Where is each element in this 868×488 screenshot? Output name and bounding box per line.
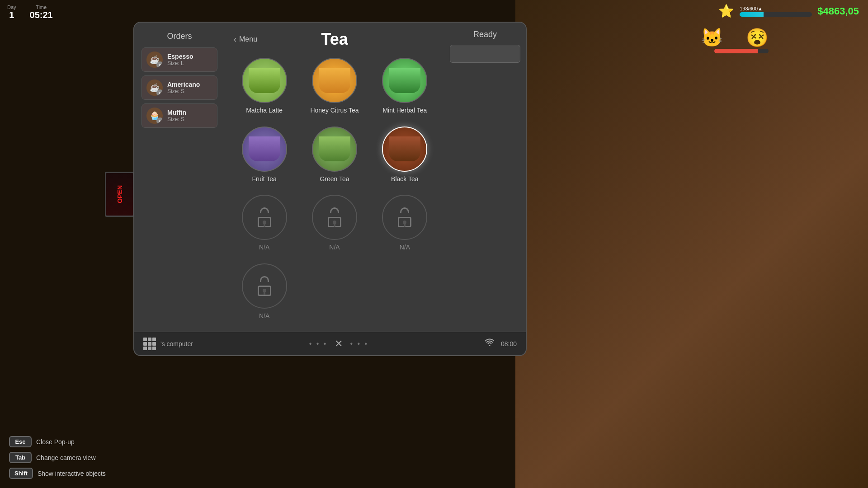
tea-item-locked-4: N/A	[234, 263, 295, 325]
order-item-americano[interactable]: ☕ 6 Americano Size: S	[142, 75, 217, 100]
order-badge-americano: 6	[156, 89, 163, 96]
tea-circle-locked-1	[242, 195, 287, 240]
tea-label-honey: Honey Citrus Tea	[310, 107, 359, 114]
lock-body-3	[398, 217, 411, 227]
popup-window: Orders ☕ 8 Espesso Size: L ☕ 6 Americano	[133, 22, 527, 356]
back-label: Menu	[239, 35, 257, 43]
tea-label-green: Green Tea	[320, 175, 349, 183]
tea-item-black[interactable]: Black Tea	[374, 127, 435, 188]
order-size-americano: Size: S	[167, 88, 200, 94]
tea-item-mint[interactable]: Mint Herbal Tea	[374, 58, 435, 119]
time-label: Time	[36, 5, 47, 10]
grid-dot	[148, 342, 151, 346]
tea-circle-mint	[382, 58, 427, 103]
taskbar-dots-right: • • •	[350, 340, 368, 348]
grid-dot	[143, 338, 147, 341]
tea-circle-locked-2	[312, 195, 357, 240]
tab-label: Change camera view	[36, 454, 96, 461]
order-item-espresso[interactable]: ☕ 8 Espesso Size: L	[142, 47, 217, 72]
cup-honey	[319, 68, 350, 93]
order-avatar-muffin: 🧁 6	[146, 108, 163, 124]
day-time-display: Day 1 Time 05:21	[0, 1, 60, 24]
tab-key[interactable]: Tab	[9, 452, 32, 463]
day-label: Day	[7, 5, 16, 10]
shortcut-shift: Shift Show interactive objects	[9, 468, 106, 479]
grid-dot	[143, 347, 147, 350]
shift-label: Show interactive objects	[38, 470, 106, 477]
cup-fruit	[249, 136, 280, 161]
grid-dot	[143, 342, 147, 346]
tea-item-locked-3: N/A	[374, 195, 435, 256]
grid-icon[interactable]	[143, 338, 156, 350]
order-info-espresso: Espesso Size: L	[167, 53, 193, 66]
time-value: 05:21	[30, 10, 53, 20]
order-size-espresso: Size: L	[167, 60, 193, 66]
lock-icon-2	[326, 207, 344, 227]
order-avatar-espresso: ☕ 8	[146, 52, 163, 68]
lock-body-2	[328, 217, 341, 227]
tea-label-mint: Mint Herbal Tea	[382, 107, 427, 114]
main-content: ‹ Menu Tea Matcha Latte	[225, 23, 444, 332]
taskbar-center: • • • ✕ • • •	[309, 338, 368, 350]
lock-body-4	[258, 286, 271, 296]
ready-title: Ready	[473, 30, 497, 39]
face-decoration: 😵	[746, 27, 769, 48]
day-value: 1	[9, 10, 14, 20]
lock-keyhole-4	[263, 289, 266, 292]
popup-inner: Orders ☕ 8 Espesso Size: L ☕ 6 Americano	[134, 23, 526, 332]
tea-circle-locked-3	[382, 195, 427, 240]
esc-key[interactable]: Esc	[9, 436, 32, 447]
tea-circle-honey	[312, 58, 357, 103]
order-item-muffin[interactable]: 🧁 6 Muffin Size: S	[142, 103, 217, 128]
tea-item-green[interactable]: Green Tea	[304, 127, 365, 188]
grid-dot	[152, 338, 156, 341]
lock-icon-1	[255, 207, 274, 227]
xp-text: 198/600▲	[740, 6, 763, 11]
lock-keyhole-3	[403, 221, 406, 224]
lock-icon-4	[255, 276, 274, 296]
tea-label-locked-4: N/A	[259, 312, 269, 319]
order-name-muffin: Muffin	[167, 109, 186, 116]
day-block: Day 1	[7, 5, 16, 20]
tea-item-fruit[interactable]: Fruit Tea	[234, 127, 295, 188]
grid-dot	[148, 347, 151, 350]
tea-label-locked-3: N/A	[400, 244, 410, 251]
wifi-icon	[485, 338, 495, 349]
cup-matcha	[249, 68, 280, 93]
taskbar-left: 's computer	[143, 338, 193, 350]
grid-dot	[152, 342, 156, 346]
lock-icon-3	[396, 207, 414, 227]
tea-item-honey[interactable]: Honey Citrus Tea	[304, 58, 365, 119]
close-button[interactable]: ✕	[335, 338, 343, 350]
tea-circle-matcha	[242, 58, 287, 103]
lock-shackle-1	[260, 207, 269, 213]
section-title: Tea	[234, 30, 435, 49]
top-hud: Day 1 Time 05:21 ⭐ 198/600▲ $4863,05	[0, 0, 868, 25]
ready-box	[450, 45, 520, 63]
menu-header: ‹ Menu Tea	[234, 30, 435, 49]
grid-dot	[152, 347, 156, 350]
lock-body-1	[258, 217, 271, 227]
tea-label-locked-1: N/A	[259, 244, 269, 251]
shortcut-esc: Esc Close Pop-up	[9, 436, 106, 447]
tea-item-matcha[interactable]: Matcha Latte	[234, 58, 295, 119]
orders-panel: Orders ☕ 8 Espesso Size: L ☕ 6 Americano	[134, 23, 225, 332]
back-button[interactable]: ‹ Menu	[234, 35, 257, 44]
time-block: Time 05:21	[30, 5, 53, 20]
shift-key[interactable]: Shift	[9, 468, 33, 479]
cup-black	[389, 136, 420, 161]
tea-label-matcha: Matcha Latte	[246, 107, 283, 114]
order-info-americano: Americano Size: S	[167, 81, 200, 94]
order-size-muffin: Size: S	[167, 116, 186, 122]
tea-item-locked-2: N/A	[304, 195, 365, 256]
tea-grid: Matcha Latte Honey Citrus Tea Mint Herba…	[234, 58, 435, 324]
esc-label: Close Pop-up	[36, 438, 75, 446]
xp-bar-container: 198/600▲	[740, 6, 812, 17]
cup-mint	[389, 68, 420, 93]
lock-keyhole-2	[333, 221, 336, 224]
ready-panel: Ready	[444, 23, 526, 332]
tea-circle-fruit	[242, 127, 287, 172]
orders-title: Orders	[142, 32, 217, 41]
back-arrow-icon: ‹	[234, 35, 236, 44]
popup-taskbar: 's computer • • • ✕ • • • 08:00	[134, 332, 526, 355]
